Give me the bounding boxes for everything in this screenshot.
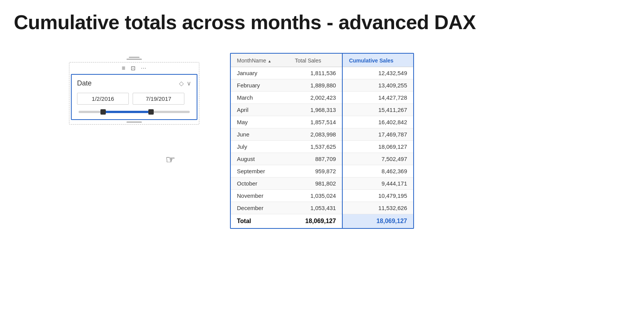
cell-total-sales: 1,811,536: [289, 67, 342, 79]
cell-month: March: [231, 92, 289, 104]
table-row: November 1,035,024 10,479,195: [231, 190, 413, 202]
table-footer-row: Total 18,069,127 18,069,127: [231, 214, 413, 228]
cell-month: October: [231, 177, 289, 190]
cell-cumulative-sales: 15,411,267: [342, 104, 413, 116]
slicer-field-label: Date: [77, 79, 92, 87]
col-header-total-sales[interactable]: Total Sales: [289, 54, 342, 67]
table-row: June 2,083,998 17,469,787: [231, 128, 413, 141]
slicer-start-date[interactable]: [77, 93, 129, 105]
cell-cumulative-sales: 10,479,195: [342, 190, 413, 202]
cell-cumulative-sales: 17,469,787: [342, 128, 413, 141]
table-row: July 1,537,625 18,069,127: [231, 141, 413, 153]
table-row: May 1,857,514 16,402,842: [231, 116, 413, 128]
slicer-box: Date ◇ ∨: [71, 74, 197, 120]
cell-cumulative-sales: 7,502,497: [342, 153, 413, 165]
slicer-thumb-right[interactable]: [148, 109, 154, 115]
cell-total-sales: 959,872: [289, 165, 342, 177]
table-row: October 981,802 9,444,171: [231, 177, 413, 190]
slicer-end-date[interactable]: [133, 93, 184, 105]
cell-total-sales: 1,857,514: [289, 116, 342, 128]
cell-month: April: [231, 104, 289, 116]
slicer-fill: [103, 111, 151, 113]
footer-cumulative-sales: 18,069,127: [342, 214, 413, 228]
table-row: April 1,968,313 15,411,267: [231, 104, 413, 116]
slicer-chevron-icon[interactable]: ∨: [187, 80, 191, 87]
slicer-header: Date ◇ ∨: [77, 79, 191, 87]
cell-total-sales: 1,053,431: [289, 202, 342, 214]
col-header-monthname[interactable]: MonthName: [231, 54, 289, 67]
cell-cumulative-sales: 9,444,171: [342, 177, 413, 190]
slicer-thumb-left[interactable]: [100, 109, 106, 115]
cell-total-sales: 2,083,998: [289, 128, 342, 141]
cell-cumulative-sales: 11,532,626: [342, 202, 413, 214]
slicer-track: [79, 111, 190, 113]
table-row: September 959,872 8,462,369: [231, 165, 413, 177]
data-table: MonthName Total Sales Cumulative Sales J…: [230, 53, 414, 229]
cell-cumulative-sales: 14,427,728: [342, 92, 413, 104]
slicer-drag-handle: [129, 57, 140, 58]
footer-total-sales: 18,069,127: [289, 214, 342, 228]
slicer-widget: ≡ ⊡ ··· Date ◇ ∨: [69, 57, 199, 125]
more-options-icon[interactable]: ···: [141, 65, 147, 72]
cell-month: August: [231, 153, 289, 165]
cell-cumulative-sales: 13,409,255: [342, 79, 413, 92]
slicer-drag-handle-bar: [127, 59, 142, 60]
cell-cumulative-sales: 16,402,842: [342, 116, 413, 128]
slicer-date-row: [77, 93, 191, 105]
cell-month: February: [231, 79, 289, 92]
slicer-header-icons: ◇ ∨: [179, 80, 191, 87]
slicer-resize-handle-bottom: [127, 122, 142, 123]
table-row: August 887,709 7,502,497: [231, 153, 413, 165]
cell-cumulative-sales: 12,432,549: [342, 67, 413, 79]
cell-total-sales: 981,802: [289, 177, 342, 190]
page-title: Cumulative totals across months - advanc…: [0, 0, 644, 41]
cell-total-sales: 887,709: [289, 153, 342, 165]
cell-total-sales: 1,968,313: [289, 104, 342, 116]
table-row: March 2,002,423 14,427,728: [231, 92, 413, 104]
cell-month: May: [231, 116, 289, 128]
table-row: December 1,053,431 11,532,626: [231, 202, 413, 214]
cell-cumulative-sales: 18,069,127: [342, 141, 413, 153]
cell-month: June: [231, 128, 289, 141]
cell-total-sales: 1,035,024: [289, 190, 342, 202]
cell-total-sales: 1,537,625: [289, 141, 342, 153]
cursor-hand-icon: ☞: [166, 153, 175, 166]
cell-month: December: [231, 202, 289, 214]
table-row: January 1,811,536 12,432,549: [231, 67, 413, 79]
slicer-eraser-icon[interactable]: ◇: [179, 80, 184, 87]
menu-icon[interactable]: ≡: [122, 65, 125, 72]
cell-total-sales: 1,889,880: [289, 79, 342, 92]
external-link-icon[interactable]: ⊡: [131, 65, 136, 72]
footer-label: Total: [231, 214, 289, 228]
table-row: February 1,889,880 13,409,255: [231, 79, 413, 92]
cell-month: July: [231, 141, 289, 153]
cell-total-sales: 2,002,423: [289, 92, 342, 104]
cell-month: November: [231, 190, 289, 202]
cell-month: January: [231, 67, 289, 79]
cell-cumulative-sales: 8,462,369: [342, 165, 413, 177]
col-header-cumulative-sales[interactable]: Cumulative Sales: [342, 54, 413, 67]
cell-month: September: [231, 165, 289, 177]
